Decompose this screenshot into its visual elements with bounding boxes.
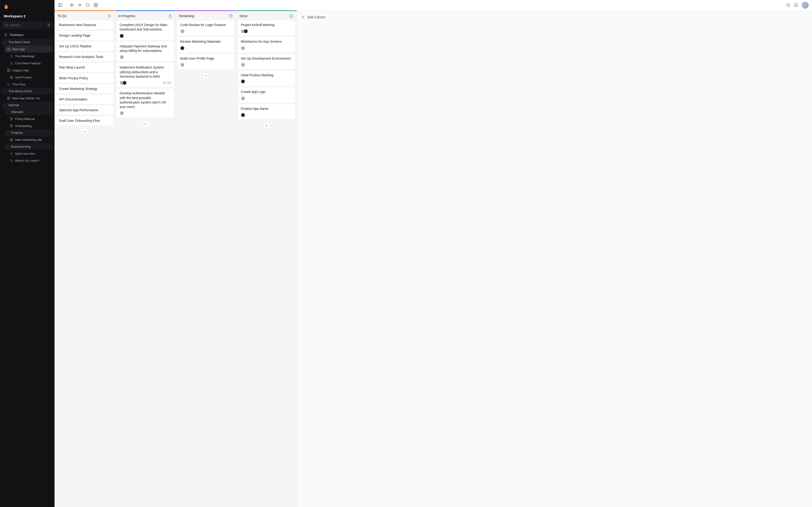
card[interactable]: Set Up CI/CD Pipeline <box>56 42 113 51</box>
add-card-button[interactable]: + <box>264 123 270 129</box>
sidebar-item[interactable]: New App Name, Inc. <box>5 95 53 102</box>
sidebar-item-label: Cool New Feature <box>15 61 41 65</box>
card[interactable]: Write Privacy Policy <box>56 74 113 83</box>
sidebar-item[interactable]: New App <box>5 46 53 53</box>
sidebar-item[interactable]: The Flow <box>5 81 53 88</box>
sidebar-item[interactable]: ⌄The Best Client <box>2 39 53 46</box>
card[interactable]: Create App Logo <box>238 87 295 103</box>
card[interactable]: Implement Notification System utilizing … <box>117 63 174 87</box>
sidebar-item[interactable]: Legacy App <box>5 67 53 74</box>
column-cards: Project Kickoff MeetingWireframes for Ke… <box>236 20 297 507</box>
card-title: Create App Logo <box>241 90 292 94</box>
card-title: Integrate Payment Gateway and setup bill… <box>119 44 171 53</box>
sidebar-item[interactable]: ⌄The Worst Client <box>2 88 53 95</box>
sidebar-item[interactable]: ⌄Manuals <box>5 108 53 115</box>
add-card-button[interactable]: + <box>82 129 88 135</box>
card[interactable]: Research User Analytics Tools <box>56 52 113 61</box>
sidebar-item[interactable]: Ideal new hire <box>7 150 53 157</box>
chevron-down-icon: ⌄ <box>4 90 7 93</box>
avatar <box>241 113 245 117</box>
card[interactable]: Code Review for Login Feature <box>177 20 235 36</box>
card-avatars <box>180 63 185 67</box>
card[interactable]: Project Kickoff Meeting <box>238 20 295 36</box>
svg-point-40 <box>786 3 789 6</box>
sidebar-item[interactable]: Onboarding <box>7 122 53 129</box>
sidebar-item[interactable]: ⌄Brainstorming <box>5 143 53 150</box>
sidebar-item[interactable]: The Mindmap <box>7 53 53 60</box>
sidebar-item[interactable]: New marketing site <box>7 136 53 143</box>
sidebar-item[interactable]: Sub-Project <box>7 74 53 81</box>
card[interactable]: Wireframes for Key Screens <box>238 37 295 52</box>
chevron-down-icon: ⌄ <box>4 104 7 106</box>
card[interactable]: Plan Beta Launch <box>56 63 113 72</box>
sidebar-item-label: Ideal new hire <box>15 152 35 155</box>
subtask-count: 2/5 <box>163 81 171 84</box>
card-title: Brainstorm New Features <box>59 23 110 27</box>
card-avatars <box>119 81 126 85</box>
column: DoneProject Kickoff MeetingWireframes fo… <box>236 10 297 507</box>
card-avatars <box>241 29 248 33</box>
column-title: Done <box>240 14 247 18</box>
search-icon[interactable] <box>786 3 791 7</box>
sidebar-item[interactable]: What's for lunch? <box>7 157 53 164</box>
sidebar-root[interactable]: Taskblaze <box>2 31 53 38</box>
card-title: Draft User Onboarding Flow <box>59 119 110 123</box>
sidebar-item[interactable]: Policy Manual <box>7 115 53 122</box>
card[interactable]: Initial Product Backlog <box>238 71 295 86</box>
svg-line-41 <box>789 6 790 7</box>
gear-icon[interactable] <box>93 3 98 7</box>
user-avatar[interactable] <box>802 2 809 9</box>
card-avatars <box>241 96 245 101</box>
card[interactable]: API Documentation <box>56 95 113 104</box>
column-title: Reviewing <box>179 14 194 18</box>
flame-icon <box>9 61 13 65</box>
column-header: To Do <box>54 11 115 20</box>
card-title: Design Landing Page <box>59 33 110 38</box>
doc-icon <box>4 33 7 37</box>
card[interactable]: Build User Profile Page <box>177 54 235 69</box>
sidebar-item[interactable]: ⌄Internal <box>2 102 53 108</box>
sidebar-item-label: Onboarding <box>15 124 32 128</box>
stack-icon[interactable] <box>77 3 82 7</box>
card[interactable]: Brainstorm New Features <box>56 20 113 30</box>
card[interactable]: Draft User Onboarding Flow <box>56 116 113 125</box>
board-icon <box>7 96 10 100</box>
workspace-switcher[interactable]: Workspace 2 ⌄ <box>2 13 53 19</box>
card[interactable]: Complete UI/UX Design for Main Dashboard… <box>117 20 174 40</box>
card-title: Project Kickoff Meeting <box>241 23 292 27</box>
card[interactable]: Review Marketing Materials <box>177 37 235 52</box>
svg-point-39 <box>95 4 96 6</box>
card[interactable]: Create Marketing Strategy <box>56 84 113 94</box>
eye-icon[interactable] <box>69 3 74 7</box>
add-column-button[interactable]: Add Column <box>301 14 808 20</box>
card[interactable]: Finalize App Name <box>238 104 295 119</box>
search-input[interactable] <box>10 23 41 27</box>
svg-rect-18 <box>7 97 10 99</box>
card[interactable]: Optimize App Performance <box>56 106 113 115</box>
add-column-area: Add Column <box>297 10 812 507</box>
avatar <box>241 96 245 101</box>
column: To DoBrainstorm New FeaturesDesign Landi… <box>54 10 115 507</box>
search-input-wrap[interactable] <box>2 21 44 29</box>
card[interactable]: Develop Authentication Module with the b… <box>117 89 174 118</box>
sidebar-item-label: The Worst Client <box>8 90 32 93</box>
sidebar-item-label: Policy Manual <box>15 117 35 121</box>
separator <box>66 3 66 7</box>
column: In ProgressComplete UI/UX Design for Mai… <box>115 10 176 507</box>
toggle-sidebar-icon[interactable] <box>58 3 62 7</box>
card-title: Wireframes for Key Screens <box>241 40 292 44</box>
card-title: Finalize App Name <box>241 107 292 111</box>
card[interactable]: Set Up Development Environment <box>238 54 295 69</box>
bell-icon[interactable] <box>794 3 798 7</box>
card[interactable]: Design Landing Page <box>56 31 113 40</box>
sidebar-item[interactable]: Cool New Feature <box>7 60 53 67</box>
circle-icon[interactable] <box>85 3 90 7</box>
add-button[interactable] <box>45 21 53 29</box>
card-title: Research User Analytics Tools <box>59 55 110 59</box>
card[interactable]: Integrate Payment Gateway and setup bill… <box>117 42 174 62</box>
sidebar-item[interactable]: ⌄Projects <box>5 129 53 136</box>
add-card-button[interactable]: + <box>142 121 149 127</box>
flame-icon <box>9 54 13 58</box>
add-card-button[interactable]: + <box>203 72 209 78</box>
svg-point-34 <box>71 4 72 6</box>
